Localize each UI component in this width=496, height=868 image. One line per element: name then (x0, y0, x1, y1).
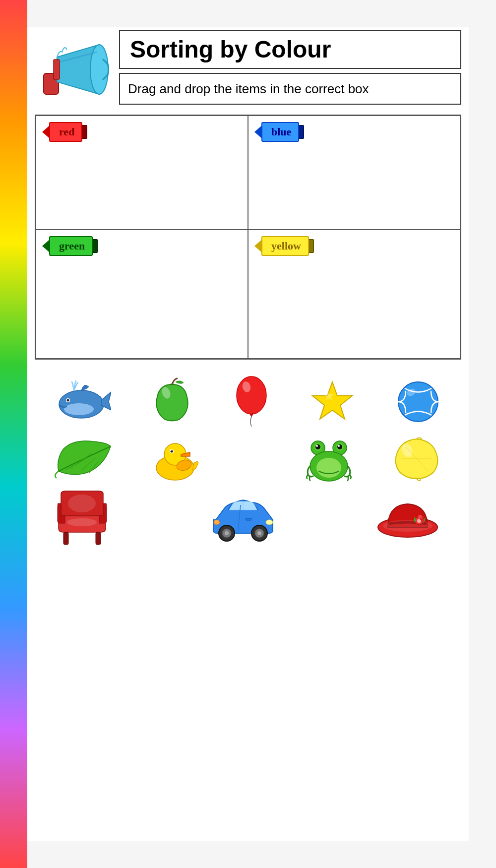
svg-point-19 (237, 376, 266, 414)
item-hat[interactable] (375, 495, 440, 540)
sort-cell-blue[interactable]: blue (248, 116, 460, 230)
items-area (35, 374, 461, 546)
item-lemon[interactable] (391, 436, 443, 481)
items-row-2 (35, 434, 461, 484)
items-row-3 (35, 489, 461, 546)
sort-cell-yellow[interactable]: yellow (248, 230, 460, 359)
sort-cell-green[interactable]: green (36, 230, 248, 359)
item-frog[interactable] (304, 434, 354, 484)
svg-point-12 (90, 45, 108, 94)
crayon-blue-label: blue (271, 125, 291, 138)
svg-rect-43 (96, 532, 101, 545)
svg-point-37 (316, 445, 318, 447)
item-leaf[interactable] (54, 439, 113, 479)
svg-point-35 (315, 444, 320, 449)
svg-point-17 (67, 399, 69, 402)
crayon-red: red (42, 122, 87, 142)
title-box: Sorting by Colour Drag and drop the item… (119, 30, 461, 105)
svg-point-15 (64, 403, 94, 415)
crayon-yellow-label: yellow (271, 240, 301, 252)
item-ball[interactable] (395, 378, 442, 426)
crayon-green-label: green (59, 240, 85, 252)
items-row-1 (35, 374, 461, 429)
page-title: Sorting by Colour (119, 30, 461, 69)
item-whale[interactable] (54, 379, 111, 424)
svg-rect-55 (246, 518, 251, 520)
instructions-text: Drag and drop the items in the correct b… (128, 81, 369, 96)
crayon-yellow: yellow (254, 236, 314, 256)
item-duck[interactable] (150, 435, 200, 483)
svg-point-23 (398, 382, 438, 422)
item-star[interactable] (309, 379, 356, 424)
svg-rect-11 (54, 60, 60, 79)
svg-point-52 (257, 531, 261, 535)
crayon-red-label: red (59, 125, 74, 138)
svg-point-62 (418, 515, 422, 519)
header-section: Sorting by Colour Drag and drop the item… (35, 15, 461, 105)
svg-point-38 (338, 445, 340, 447)
crayon-green: green (42, 236, 98, 256)
megaphone-icon (35, 35, 109, 104)
sorting-grid[interactable]: red blue (35, 115, 461, 360)
instructions-box: Drag and drop the items in the correct b… (119, 73, 461, 105)
item-car[interactable] (211, 493, 275, 542)
svg-point-40 (316, 458, 341, 478)
svg-point-53 (266, 520, 273, 525)
svg-point-49 (225, 531, 229, 535)
svg-rect-42 (63, 532, 68, 545)
crayon-blue: blue (254, 122, 304, 142)
item-apple[interactable] (150, 377, 194, 427)
svg-marker-21 (312, 382, 352, 419)
svg-point-36 (337, 444, 342, 449)
svg-point-29 (170, 450, 171, 451)
sort-cell-red[interactable]: red (36, 116, 248, 230)
svg-point-44 (67, 518, 97, 526)
svg-point-54 (214, 520, 220, 525)
svg-point-45 (68, 495, 96, 512)
item-chair[interactable] (56, 489, 111, 546)
item-balloon[interactable] (233, 374, 270, 429)
